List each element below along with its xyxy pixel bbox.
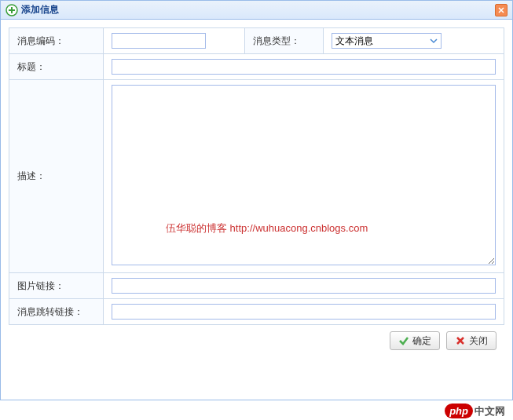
message-code-input[interactable] (112, 33, 206, 49)
button-bar: 确定 关闭 (9, 325, 504, 350)
cell-message-code (104, 28, 245, 54)
footer-text: 中文网 (475, 404, 505, 418)
label-title: 标题： (9, 54, 104, 80)
cell-message-type: 文本消息 (324, 28, 504, 54)
label-jump-link: 消息跳转链接： (9, 299, 104, 325)
x-icon (455, 335, 466, 346)
close-button[interactable]: 关闭 (446, 331, 497, 350)
label-message-code: 消息编码： (9, 28, 104, 54)
message-type-selected: 文本消息 (335, 35, 373, 48)
label-message-type: 消息类型： (245, 28, 324, 54)
dialog-body: 消息编码： 消息类型： 文本消息 标题： 描述： (1, 20, 512, 358)
php-badge: php (445, 404, 473, 418)
svg-rect-2 (9, 9, 15, 11)
chevron-down-icon (430, 37, 438, 45)
ok-button-label: 确定 (412, 334, 431, 348)
add-icon (5, 4, 18, 16)
message-type-select[interactable]: 文本消息 (332, 33, 442, 49)
dialog: 添加信息 消息编码： 消息类型： 文本消息 标题： (0, 0, 513, 400)
close-icon (498, 7, 504, 13)
jump-link-input[interactable] (112, 304, 496, 320)
ok-button[interactable]: 确定 (390, 331, 440, 350)
dialog-close-button[interactable] (495, 4, 508, 16)
cell-image-link (104, 273, 504, 299)
footer-logo: php 中文网 (445, 404, 505, 418)
label-image-link: 图片链接： (9, 273, 104, 299)
dialog-title: 添加信息 (21, 3, 59, 16)
image-link-input[interactable] (112, 278, 496, 294)
cell-title (104, 54, 504, 80)
cell-description (104, 80, 504, 273)
check-icon (398, 335, 409, 346)
form-table: 消息编码： 消息类型： 文本消息 标题： 描述： (9, 27, 504, 325)
dialog-header: 添加信息 (1, 1, 512, 20)
close-button-label: 关闭 (469, 334, 488, 348)
title-input[interactable] (112, 59, 496, 75)
description-textarea[interactable] (112, 85, 496, 265)
cell-jump-link (104, 299, 504, 325)
label-description: 描述： (9, 80, 104, 273)
